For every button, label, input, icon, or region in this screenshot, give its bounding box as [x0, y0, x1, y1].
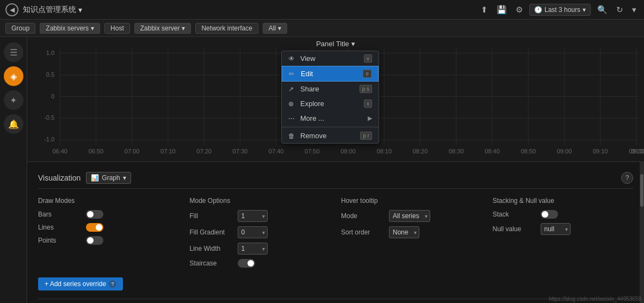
menu-item-remove[interactable]: 🗑 Remove p r	[282, 128, 379, 143]
visualization-title: Visualization	[38, 174, 81, 182]
svg-text:09:30: 09:30	[631, 148, 644, 154]
line-width-arrow: ▾	[260, 246, 267, 252]
bottom-panel: Visualization 📊 Graph ▾ ? Draw Modes Bar…	[27, 162, 644, 303]
svg-text:06:50: 06:50	[89, 148, 104, 154]
fill-value: 1	[238, 211, 260, 221]
visualization-type-button[interactable]: 📊 Graph ▾	[86, 172, 131, 184]
network-label: Network interface	[201, 24, 252, 32]
line-width-label: Line Width	[190, 245, 233, 252]
time-range-label: Last 3 hours	[544, 6, 580, 14]
remove-label: Remove	[300, 132, 326, 140]
fill-gradient-select[interactable]: 0 ▾	[238, 226, 268, 238]
view-shortcut: v	[364, 54, 372, 63]
explore-icon: ⊕	[288, 100, 296, 108]
time-range-picker[interactable]: 🕐 Last 3 hours ▾	[529, 4, 591, 16]
staircase-toggle[interactable]	[238, 259, 255, 268]
scrollbar-thumb[interactable]	[640, 174, 643, 207]
svg-text:08:30: 08:30	[449, 148, 464, 154]
more-shortcut: ▶	[368, 115, 372, 122]
zabbix-server-filter[interactable]: Zabbix server ▾	[134, 23, 191, 34]
host-filter[interactable]: Host	[104, 23, 130, 34]
menu-item-view[interactable]: 👁 View v	[282, 51, 379, 66]
mode-label: Mode	[341, 212, 385, 220]
share-menu-icon: ↗	[288, 85, 296, 93]
all-filter[interactable]: All ▾	[263, 23, 287, 34]
zabbix-servers-filter[interactable]: Zabbix servers ▾	[40, 23, 100, 34]
fill-gradient-label: Fill Gradient	[190, 228, 233, 236]
menu-item-more[interactable]: ⋯ More ... ▶	[282, 111, 379, 126]
menu-item-explore[interactable]: ⊕ Explore x	[282, 96, 379, 111]
sort-order-label: Sort order	[341, 228, 385, 236]
network-interface-filter[interactable]: Network interface	[195, 23, 258, 34]
title-dropdown-icon[interactable]: ▾	[78, 5, 82, 14]
help-button[interactable]: ?	[621, 172, 633, 184]
host-label: Host	[110, 24, 124, 32]
panel-title: Panel Title	[316, 40, 349, 48]
group-filter[interactable]: Group	[5, 23, 35, 34]
svg-text:06:40: 06:40	[52, 148, 67, 154]
lines-label: Lines	[38, 224, 82, 231]
mode-value: All series	[389, 211, 423, 221]
sort-order-arrow: ▾	[412, 230, 419, 236]
svg-text:08:40: 08:40	[485, 148, 500, 154]
sidebar-icon-bell[interactable]: 🔔	[4, 114, 23, 134]
edit-icon: ✏	[289, 70, 296, 78]
svg-text:09:10: 09:10	[593, 148, 608, 154]
sort-order-select[interactable]: None ▾	[389, 226, 419, 238]
fill-arrow: ▾	[260, 213, 267, 219]
time-dropdown-icon: ▾	[583, 6, 586, 14]
fill-select[interactable]: 1 ▾	[238, 210, 268, 222]
settings-icon[interactable]: ⚙	[513, 3, 525, 17]
lines-row: Lines	[38, 223, 179, 232]
panel-title-bar[interactable]: Panel Title ▾	[316, 40, 355, 48]
share-kbd: p s	[360, 85, 372, 93]
explore-shortcut: x	[364, 100, 372, 108]
view-kbd: v	[364, 54, 372, 63]
svg-text:07:10: 07:10	[160, 148, 176, 154]
menu-item-share[interactable]: ↗ Share p s	[282, 82, 379, 96]
edit-label: Edit	[301, 70, 313, 78]
search-icon[interactable]: 🔍	[595, 3, 610, 17]
points-toggle[interactable]	[86, 236, 103, 245]
refresh-dropdown-icon[interactable]: ▾	[630, 3, 639, 17]
save-icon[interactable]: 💾	[494, 3, 509, 17]
zabbix-server-label: Zabbix server	[140, 24, 180, 32]
sort-order-row: Sort order None ▾	[341, 226, 482, 238]
svg-text:07:40: 07:40	[269, 148, 284, 154]
svg-text:07:00: 07:00	[125, 148, 140, 154]
draw-modes-title: Draw Modes	[38, 197, 179, 205]
sidebar-icon-layers[interactable]: ☰	[4, 42, 23, 62]
bars-toggle[interactable]	[86, 210, 103, 219]
all-dropdown: ▾	[278, 24, 281, 32]
null-value-select[interactable]: null ▾	[541, 223, 571, 235]
more-icon: ⋯	[288, 115, 296, 122]
sidebar-icon-dashboard[interactable]: ◈	[4, 66, 23, 86]
add-override-button[interactable]: + Add series override ?	[38, 277, 123, 290]
scrollbar[interactable]	[640, 162, 644, 303]
share-label: Share	[300, 85, 319, 93]
svg-text:08:50: 08:50	[521, 148, 536, 154]
edit-shortcut: e	[363, 70, 371, 78]
refresh-icon[interactable]: ↻	[614, 3, 626, 17]
share-icon[interactable]: ⬆	[479, 3, 490, 17]
sidebar-icon-plugin[interactable]: ✦	[4, 90, 23, 110]
menu-item-edit[interactable]: ✏ Edit e	[282, 66, 379, 82]
back-button[interactable]: ◀	[5, 3, 18, 16]
svg-text:08:20: 08:20	[413, 148, 428, 154]
remove-kbd: p r	[360, 132, 372, 140]
mode-row: Mode All series ▾	[341, 210, 482, 222]
mode-select[interactable]: All series ▾	[389, 210, 430, 222]
svg-text:07:20: 07:20	[196, 148, 212, 154]
svg-text:08:00: 08:00	[340, 148, 356, 154]
points-row: Points	[38, 236, 179, 245]
stack-toggle[interactable]	[541, 210, 558, 219]
line-width-row: Line Width 1 ▾	[190, 243, 331, 255]
svg-text:1.0: 1.0	[46, 50, 54, 56]
mode-options-title: Mode Options	[190, 197, 331, 205]
line-width-select[interactable]: 1 ▾	[238, 243, 268, 255]
lines-toggle[interactable]	[86, 223, 103, 232]
stack-label: Stack	[493, 211, 536, 218]
mode-options-section: Mode Options Fill 1 ▾ Fill Gradient 0 ▾	[190, 197, 331, 272]
svg-text:07:50: 07:50	[305, 148, 320, 154]
bars-label: Bars	[38, 211, 82, 218]
